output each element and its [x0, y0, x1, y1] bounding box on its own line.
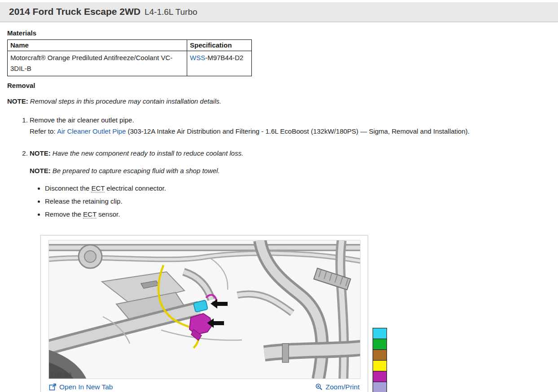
page-title: 2014 Ford Truck Escape 2WD	[9, 6, 141, 17]
page-header: 2014 Ford Truck Escape 2WD L4-1.6L Turbo	[0, 2, 558, 22]
substep-text: electrical connector.	[105, 184, 166, 192]
materials-heading: Materials	[7, 29, 551, 37]
ect-abbreviation: ECT	[91, 184, 105, 192]
step-2-note-1: NOTE: Have the new component ready to in…	[30, 148, 551, 158]
ect-abbreviation: ECT	[83, 210, 97, 218]
substep-disconnect-connector: Disconnect the ECT electrical connector.	[45, 183, 551, 193]
note-text: Have the new component ready to install …	[53, 149, 243, 157]
substep-text: Remove the	[45, 210, 83, 218]
table-header-row: Name Specification	[8, 40, 252, 51]
substep-text: sensor.	[97, 210, 120, 218]
removal-heading: Removal	[7, 82, 551, 89]
open-in-new-tab-label: Open In New Tab	[59, 383, 113, 391]
air-cleaner-outlet-pipe-link[interactable]: Air Cleaner Outlet Pipe	[57, 127, 126, 135]
main-content: Materials Name Specification Motorcraft®…	[0, 29, 558, 392]
note-label: NOTE:	[30, 167, 51, 174]
figure-footer: Open In New Tab Zoom/Print	[45, 379, 363, 392]
swatch-magenta[interactable]	[373, 371, 387, 382]
refer-suffix: (303-12A Intake Air Distribution and Fil…	[126, 127, 470, 135]
open-in-new-tab-link[interactable]: Open In New Tab	[49, 383, 113, 391]
engine-illustration: E156368	[48, 240, 360, 379]
page-subtitle: L4-1.6L Turbo	[145, 7, 198, 17]
material-name-cell: Motorcraft® Orange Prediluted Antifreeze…	[8, 51, 187, 76]
figure-area: E156368 Open In New Tab Zoom/P	[40, 235, 551, 392]
substep-release-clip: Release the retaining clip.	[45, 196, 551, 206]
material-spec-cell: WSS-M97B44-D2	[187, 51, 252, 76]
spec-wss-link[interactable]: WSS	[190, 54, 205, 61]
substep-text: Disconnect the	[45, 184, 91, 192]
substep-remove-sensor: Remove the ECT sensor.	[45, 209, 551, 219]
swatch-yellow[interactable]	[373, 360, 387, 371]
color-swatch-strip	[373, 328, 387, 392]
table-row: Motorcraft® Orange Prediluted Antifreeze…	[8, 51, 252, 76]
swatch-cyan[interactable]	[373, 328, 387, 339]
swatch-purple[interactable]	[373, 382, 387, 392]
zoom-icon	[315, 383, 323, 391]
engine-diagram-svg	[49, 240, 360, 379]
spec-suffix: -M97B44-D2	[205, 54, 243, 61]
procedure-steps: Remove the air cleaner outlet pipe. Refe…	[7, 115, 551, 219]
swatch-green[interactable]	[373, 339, 387, 350]
zoom-print-link[interactable]: Zoom/Print	[315, 383, 360, 391]
refer-prefix: Refer to:	[30, 127, 57, 135]
note-text: Be prepared to capture escaping fluid wi…	[53, 167, 220, 174]
materials-table: Name Specification Motorcraft® Orange Pr…	[7, 39, 252, 76]
figure-panel: E156368 Open In New Tab Zoom/P	[40, 235, 368, 392]
substep-list: Disconnect the ECT electrical connector.…	[30, 183, 551, 219]
open-in-new-tab-icon	[49, 383, 57, 391]
note-text: Removal steps in this procedure may cont…	[30, 97, 221, 105]
column-header-specification: Specification	[187, 40, 252, 51]
swatch-brown[interactable]	[373, 349, 387, 361]
removal-note: NOTE: Removal steps in this procedure ma…	[7, 96, 551, 106]
step-2-note-2: NOTE: Be prepared to capture escaping fl…	[30, 166, 551, 175]
step-1-text: Remove the air cleaner outlet pipe.	[30, 115, 551, 126]
zoom-print-label: Zoom/Print	[325, 383, 360, 391]
step-1: Remove the air cleaner outlet pipe. Refe…	[30, 115, 551, 137]
note-label: NOTE:	[30, 149, 51, 157]
column-header-name: Name	[8, 40, 187, 51]
figure-code: E156368	[51, 372, 72, 377]
step-1-refer-line: Refer to: Air Cleaner Outlet Pipe (303-1…	[30, 126, 551, 137]
step-2: NOTE: Have the new component ready to in…	[30, 148, 551, 219]
note-label: NOTE:	[7, 97, 28, 105]
